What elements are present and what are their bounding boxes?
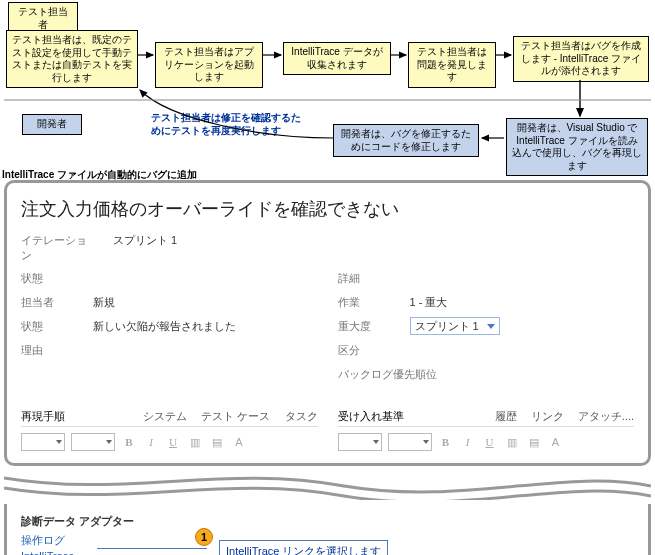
color-button[interactable]: ▥: [187, 434, 203, 450]
color-button-r[interactable]: ▥: [504, 434, 520, 450]
callout-number-1: 1: [195, 528, 213, 546]
page-break-graphic: [4, 472, 651, 500]
area-label: 区分: [338, 343, 410, 358]
step-dev-reproduce: 開発者は、Visual Studio で IntelliTrace ファイルを読…: [506, 118, 648, 176]
highlight-button[interactable]: ▤: [209, 434, 225, 450]
backlog-label: バックログ優先順位: [338, 367, 437, 382]
workflow-diagram: テスト担当者 開発者 テスト担当者は、既定のテスト設定を使用して手動テストまたは…: [0, 0, 655, 180]
italic-button-r[interactable]: I: [460, 434, 476, 450]
editor-toolbar-left: B I U ▥ ▤ A: [21, 427, 318, 453]
state-header-left: 状態: [21, 271, 93, 286]
severity-select[interactable]: スプリント 1: [410, 317, 500, 335]
font-family-select-r[interactable]: [338, 433, 382, 451]
tab-test-cases[interactable]: テスト ケース: [201, 409, 270, 424]
state-label: 状態: [21, 319, 93, 334]
step-run-tests: テスト担当者は、既定のテスト設定を使用して手動テストまたは自動テストを実行します: [6, 30, 138, 88]
tab-links[interactable]: リンク: [531, 409, 564, 424]
bold-button[interactable]: B: [121, 434, 137, 450]
editor-toolbar-right: B I U ▥ ▤ A: [338, 427, 635, 453]
work-label: 作業: [338, 295, 410, 310]
tab-tasks[interactable]: タスク: [285, 409, 318, 424]
tab-system[interactable]: システム: [143, 409, 187, 424]
severity-label: 重大度: [338, 319, 410, 334]
retest-note: テスト担当者は修正を確認するためにテストを再度実行します: [151, 112, 301, 137]
callout-instruction: IntelliTrace リンクを選択します: [219, 540, 388, 555]
tab-repro-steps[interactable]: 再現手順: [21, 409, 65, 424]
iteration-label: イテレーション: [21, 233, 93, 263]
font-color-button-r[interactable]: A: [548, 434, 564, 450]
font-size-select[interactable]: [71, 433, 115, 451]
highlight-button-r[interactable]: ▤: [526, 434, 542, 450]
link-intellitrace[interactable]: IntelliTrace: [21, 550, 74, 555]
iteration-value: スプリント 1: [113, 233, 177, 263]
underline-button-r[interactable]: U: [482, 434, 498, 450]
bug-form-panel: 注文入力価格のオーバーライドを確認できない イテレーション スプリント 1 状態…: [4, 180, 651, 466]
font-color-button[interactable]: A: [231, 434, 247, 450]
underline-button[interactable]: U: [165, 434, 181, 450]
state-value: 新しい欠陥が報告されました: [93, 319, 236, 334]
bug-title: 注文入力価格のオーバーライドを確認できない: [21, 197, 634, 221]
assigned-value: 新規: [93, 295, 115, 310]
tab-attachments[interactable]: アタッチ....: [578, 409, 634, 424]
font-size-select-r[interactable]: [388, 433, 432, 451]
work-value: 1 - 重大: [410, 295, 448, 310]
chevron-down-icon: [487, 324, 495, 329]
diagnostic-adapters-panel: 診断データ アダプター 操作ログ IntelliTrace システム情報 1 I…: [4, 504, 651, 555]
bold-button-r[interactable]: B: [438, 434, 454, 450]
diagnostic-header: 診断データ アダプター: [21, 514, 634, 529]
assigned-label: 担当者: [21, 295, 93, 310]
tab-history[interactable]: 履歴: [495, 409, 517, 424]
callout-connector: [97, 548, 207, 549]
step-dev-fix: 開発者は、バグを修正するためにコードを修正します: [333, 124, 479, 157]
italic-button[interactable]: I: [143, 434, 159, 450]
reason-label: 理由: [21, 343, 93, 358]
link-operation-log[interactable]: 操作ログ: [21, 533, 65, 548]
tab-acceptance[interactable]: 受け入れ基準: [338, 409, 404, 424]
step-collect-intellitrace: IntelliTrace データが収集されます: [283, 42, 391, 75]
severity-select-value: スプリント 1: [415, 319, 479, 334]
step-launch-app: テスト担当者はアプリケーションを起動します: [155, 42, 263, 88]
font-family-select[interactable]: [21, 433, 65, 451]
details-header: 詳細: [338, 271, 410, 286]
developer-role-header: 開発者: [22, 114, 82, 135]
step-find-issue: テスト担当者は問題を発見します: [408, 42, 496, 88]
step-create-bug: テスト担当者はバグを作成します - IntelliTrace ファイルが添付され…: [513, 36, 649, 82]
